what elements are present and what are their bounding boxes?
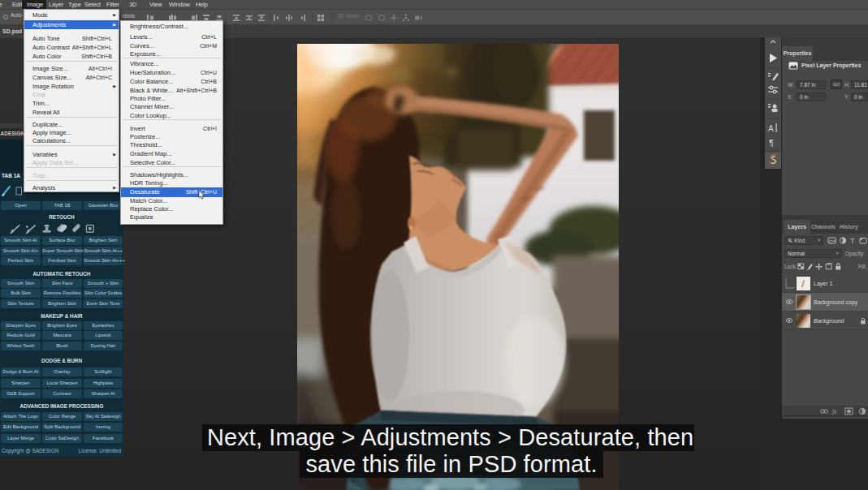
svg-text:T: T <box>850 237 855 245</box>
svg-text:A: A <box>768 124 774 133</box>
svg-text:¶: ¶ <box>769 138 774 148</box>
svg-text:fx: fx <box>832 408 837 415</box>
